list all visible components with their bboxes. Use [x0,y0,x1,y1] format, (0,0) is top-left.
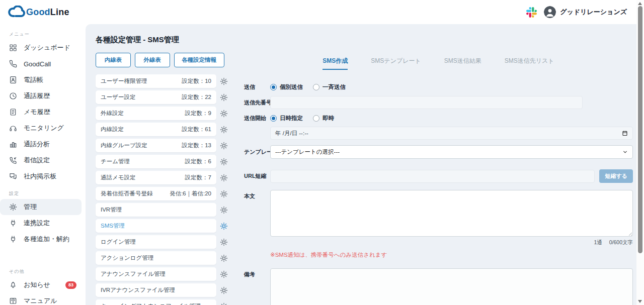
message-count: 1通 [594,239,602,246]
setting-item-team-management[interactable]: チーム管理設定数：6 [96,155,216,168]
sidebar-item-goodcall[interactable]: GoodCall [0,56,82,72]
sidebar-item-internal-board[interactable]: 社内掲示板 [0,168,82,184]
start-label: 送信開始 [244,115,270,122]
page-scrollbar [636,0,644,305]
send-radio-group: 個別送信一斉送信 [270,82,633,92]
gear-icon[interactable] [220,302,228,305]
gear-icon[interactable] [220,93,228,101]
sidebar-item-phonebook[interactable]: 電話帳 [0,72,82,88]
bar-chart-icon [9,140,17,148]
tab-sms-send-results[interactable]: SMS送信結果 [444,57,481,70]
gear-icon[interactable] [220,110,228,118]
setting-row: IVR管理 [96,203,228,217]
recipient-input[interactable] [270,96,583,109]
body-label: 本文 [244,190,270,200]
gear-icon[interactable] [220,238,228,246]
sidebar-section: その他お知らせ83マニュアル [0,268,86,305]
scroll-up-arrow[interactable] [638,2,642,5]
gear-icon[interactable] [220,174,228,182]
char-counter: 1通 0/600文字 [270,239,633,246]
setting-item-user-settings[interactable]: ユーザー設定設定数：22 [96,90,216,104]
scrollbar-thumb[interactable] [638,6,642,253]
shorten-button[interactable]: 短縮する [599,169,633,183]
sidebar-item-call-history[interactable]: 通話履歴 [0,88,82,104]
setting-item-outside-line-settings[interactable]: 外線設定設定数：9 [96,107,216,120]
topbar-right: グッドリレーションズ [526,6,627,18]
radio-option[interactable]: 個別送信 [270,83,303,91]
slack-icon[interactable] [526,7,537,18]
sms-create-form: 送信 個別送信一斉送信 送信先番号 送信開始 日時指定即時 [244,82,633,305]
sidebar-section: メニューダッシュボードGoodCall電話帳通話履歴メモ履歴モニタリング通話分析… [0,31,86,184]
remarks-label: 備考 [244,268,270,278]
gear-icon[interactable] [220,190,228,198]
sidebar-item-label: GoodCall [24,60,51,68]
setting-item-queueing-announce-file-management[interactable]: キューイングアナウンスファイル管理 [96,299,216,305]
sidebar-item-incoming-settings[interactable]: 着信設定 [0,152,82,168]
chevron-down-icon [622,149,628,155]
send-label: 送信 [244,83,270,91]
sidebar-item-dashboard[interactable]: ダッシュボード [0,40,82,56]
extension-table-button[interactable]: 内線表 [96,53,131,67]
settings-info-button[interactable]: 各種設定情報 [174,53,224,67]
remarks-textarea[interactable] [270,268,633,305]
sidebar-item-call-analytics[interactable]: 通話分析 [0,136,82,152]
setting-label: アクションログ管理 [101,254,153,262]
sidebar-item-monitoring[interactable]: モニタリング [0,120,82,136]
gear-icon[interactable] [220,254,228,262]
sms-note: ※SMS通知は、携帯番号へのみ送信されます [270,251,633,259]
gear-icon[interactable] [220,77,228,85]
setting-row: IVRアナウンスファイル管理 [96,283,228,297]
sidebar-item-admin[interactable]: 管理 [0,199,82,215]
tab-sms-send-list[interactable]: SMS送信先リスト [505,57,554,70]
setting-item-action-log-management[interactable]: アクションログ管理 [96,251,216,265]
scroll-down-arrow[interactable] [638,300,642,303]
gear-icon[interactable] [220,222,228,230]
settings-list: ユーザー権限管理設定数：10ユーザー設定設定数：22外線設定設定数：9内線設定設… [96,74,228,305]
body-textarea[interactable] [270,190,633,237]
char-count: 0/600文字 [609,239,633,246]
radio-option[interactable]: 日時指定 [270,115,303,122]
sidebar-item-manual[interactable]: マニュアル [0,293,82,305]
datetime-placeholder: 年 /月/日 --:-- [275,130,308,137]
history-icon [9,92,17,100]
gear-icon[interactable] [220,126,228,134]
radio-option[interactable]: 一斉送信 [313,83,346,91]
template-select[interactable]: ---テンプレートの選択--- [270,145,633,159]
setting-item-user-permissions[interactable]: ユーザー権限管理設定数：10 [96,74,216,88]
tab-sms-template[interactable]: SMSテンプレート [371,57,421,70]
radio-selected-icon [270,84,277,90]
setting-item-login-management[interactable]: ログイン管理 [96,235,216,249]
calendar-icon[interactable] [622,130,628,136]
tab-sms-create[interactable]: SMS作成 [323,57,348,70]
datetime-input[interactable]: 年 /月/日 --:-- [270,127,633,140]
setting-count: 設定数：61 [182,126,211,133]
setting-item-ivr-announce-file-management[interactable]: IVRアナウンスファイル管理 [96,283,216,297]
setting-item-extension-group-settings[interactable]: 内線グループ設定設定数：13 [96,139,216,152]
sidebar-item-memo-history[interactable]: メモ履歴 [0,104,82,120]
gear-icon[interactable] [220,206,228,214]
setting-item-ivr-management[interactable]: IVR管理 [96,203,216,217]
sidebar-item-addons-cancellation[interactable]: 各種追加・解約 [0,231,82,247]
setting-item-announce-file-management[interactable]: アナウンスファイル管理 [96,267,216,281]
gear-icon[interactable] [220,158,228,166]
radio-option[interactable]: 即時 [313,115,334,122]
url-input[interactable] [270,170,595,183]
gear-icon[interactable] [220,270,228,278]
sms-tabs: SMS作成SMSテンプレートSMS送信結果SMS送信先リスト [244,53,633,70]
outside-line-table-button[interactable]: 外線表 [135,53,170,67]
goodline-logo[interactable]: GoodLine [8,6,69,19]
setting-label: 外線設定 [101,110,124,117]
setting-item-sms-management[interactable]: SMS管理 [96,219,216,233]
address-book-icon [9,76,17,84]
top-bar: GoodLine グッドリレーションズ [0,0,644,24]
setting-item-extension-settings[interactable]: 内線設定設定数：61 [96,123,216,136]
sidebar-item-integration-settings[interactable]: 連携設定 [0,215,82,231]
gear-icon[interactable] [220,286,228,294]
setting-item-block-number-registration[interactable]: 発着信拒否番号登録発信:6｜着信:20 [96,187,216,200]
setting-count: 発信:6｜着信:20 [170,190,211,197]
gear-icon[interactable] [220,142,228,150]
sidebar-item-notices[interactable]: お知らせ83 [0,277,82,293]
setting-item-call-memo-settings[interactable]: 通話メモ設定設定数：7 [96,171,216,184]
user-menu[interactable]: グッドリレーションズ [544,6,627,18]
setting-label: キューイングアナウンスファイル管理 [101,302,201,305]
